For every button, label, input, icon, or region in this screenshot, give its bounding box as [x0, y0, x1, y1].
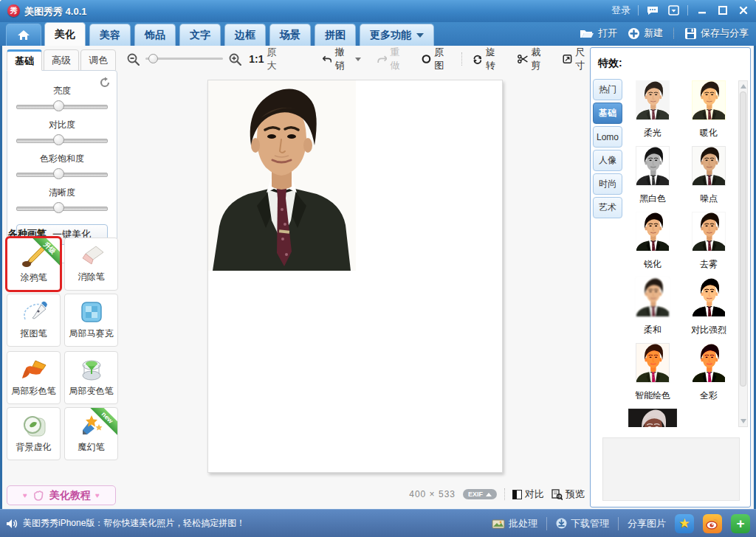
effect-thumbnail [692, 343, 726, 383]
skin-menu-icon[interactable] [667, 4, 680, 16]
status-message[interactable]: 美图秀秀iPhone版：帮你快速美化照片，轻松搞定拼图！ [6, 517, 245, 530]
effect-item[interactable]: 柔和 [625, 277, 681, 343]
effect-item[interactable]: 锐化 [625, 212, 681, 277]
actual-size-button[interactable]: 1:1 [249, 53, 264, 65]
save-share-button[interactable]: 保存与分享 [684, 27, 749, 40]
brush-label: 魔幻笔 [78, 441, 105, 454]
saturation-slider[interactable] [16, 168, 108, 180]
close-button[interactable] [737, 4, 750, 16]
brightness-slider[interactable] [16, 100, 108, 112]
undo-button[interactable]: 撤销 [323, 46, 361, 72]
brightness-slider-block: 亮度 [16, 85, 108, 112]
scroll-up-icon[interactable] [740, 84, 746, 89]
saturation-slider-handle[interactable] [53, 168, 64, 179]
minimize-button[interactable] [695, 4, 709, 16]
effect-label: 对比强烈 [691, 324, 726, 336]
brush-label: 局部变色笔 [69, 385, 114, 398]
tab-frames[interactable]: 边框 [224, 24, 266, 46]
exif-badge[interactable]: EXIF [463, 489, 497, 499]
clarity-slider-handle[interactable] [53, 202, 64, 213]
contrast-slider[interactable] [16, 134, 108, 146]
download-label: 下载管理 [571, 517, 609, 530]
tab-text[interactable]: 文字 [179, 24, 221, 46]
tab-cosmetics[interactable]: 美容 [89, 24, 131, 46]
download-manager-button[interactable]: 下载管理 [556, 517, 609, 530]
resize-label: 尺寸 [575, 46, 591, 72]
paint-bucket-icon [79, 358, 104, 381]
adjust-tab-color[interactable]: 调色 [80, 49, 116, 71]
crop-button[interactable]: 裁剪 [518, 46, 546, 72]
category-fashion[interactable]: 时尚 [593, 173, 622, 195]
qzone-icon[interactable]: ★ [675, 514, 694, 533]
maximize-button[interactable] [716, 4, 729, 16]
effect-item[interactable]: 柔光 [625, 80, 681, 146]
image-canvas[interactable] [207, 80, 503, 473]
category-art[interactable]: 艺术 [593, 197, 622, 218]
tab-more-features[interactable]: 更多功能 [360, 24, 434, 46]
brush-cutout-pen[interactable]: 抠图笔 [7, 294, 61, 347]
scrollbar-thumb[interactable] [740, 91, 746, 387]
login-link[interactable]: 登录 [611, 4, 630, 17]
share-image-button[interactable]: 分享图片 [628, 517, 666, 530]
effects-panel: 特效: 热门 基础 Lomo 人像 时尚 艺术 柔光 暖化 [590, 47, 751, 507]
brush-eraser-pen[interactable]: 消除笔 [64, 238, 118, 291]
original-image-button[interactable]: 原图 [422, 46, 450, 72]
beautify-tutorial-button[interactable]: ♥ 美化教程 ♥ [7, 485, 116, 505]
brush-local-mosaic[interactable]: 局部马赛克 [64, 294, 118, 347]
tab-collage[interactable]: 拼图 [315, 24, 356, 46]
weibo-icon[interactable] [703, 514, 722, 533]
brush-doodle-pen[interactable]: 涂鸦笔 升级 [7, 238, 61, 291]
clarity-slider[interactable] [16, 202, 108, 214]
effect-item[interactable]: 去雾 [681, 212, 737, 277]
app-title: 美图秀秀 4.0.1 [24, 5, 87, 18]
rotate-icon [472, 53, 483, 65]
contrast-slider-handle[interactable] [53, 134, 64, 145]
zoom-out-icon[interactable] [127, 53, 140, 66]
effect-item-partial[interactable] [625, 409, 681, 427]
open-button[interactable]: 打开 [580, 27, 617, 40]
rotate-button[interactable]: 旋转 [472, 46, 501, 72]
brush-local-color-pen[interactable]: 局部彩色笔 [7, 351, 61, 404]
scroll-down-icon[interactable] [740, 419, 746, 423]
effect-thumbnail [692, 212, 726, 252]
brush-magic-pen[interactable]: 魔幻笔 new [64, 407, 118, 460]
tab-accessories[interactable]: 饰品 [134, 24, 176, 46]
batch-label: 批处理 [509, 517, 537, 530]
tab-beautify[interactable]: 美化 [44, 22, 86, 46]
brush-local-recolor-pen[interactable]: 局部变色笔 [64, 351, 118, 404]
effect-item[interactable]: 全彩 [681, 343, 737, 409]
tab-scenes[interactable]: 场景 [269, 24, 311, 46]
new-button[interactable]: 新建 [628, 27, 663, 40]
category-hot[interactable]: 热门 [593, 79, 622, 100]
brightness-slider-handle[interactable] [53, 100, 64, 111]
effect-item[interactable]: 对比强烈 [681, 277, 737, 343]
adjust-tab-advanced[interactable]: 高级 [44, 49, 79, 71]
brush-background-blur[interactable]: 背景虚化 [7, 407, 61, 460]
preview-icon [551, 489, 563, 500]
home-tab[interactable] [6, 24, 41, 46]
effects-scrollbar[interactable] [738, 80, 748, 427]
image-dimensions: 400 × 533 [409, 489, 456, 499]
effect-item[interactable]: 噪点 [681, 146, 737, 212]
zoom-slider[interactable] [145, 54, 223, 64]
rotate-label: 旋转 [486, 46, 501, 72]
preview-button[interactable]: 预览 [551, 488, 585, 501]
batch-process-button[interactable]: 批处理 [492, 517, 537, 530]
zoom-slider-handle[interactable] [148, 54, 158, 63]
adjust-tab-basic[interactable]: 基础 [7, 49, 42, 71]
compare-button[interactable]: 对比 [512, 488, 544, 501]
zoom-in-icon[interactable] [229, 53, 241, 66]
exif-caret-icon [486, 493, 492, 496]
resize-button[interactable]: 尺寸 [563, 46, 591, 72]
undo-dropdown-icon[interactable] [355, 58, 361, 61]
category-basic[interactable]: 基础 [593, 103, 622, 124]
reset-icon[interactable] [99, 77, 111, 89]
effect-item[interactable]: 暖化 [681, 80, 737, 146]
category-lomo[interactable]: Lomo [593, 126, 622, 148]
category-portrait[interactable]: 人像 [593, 150, 622, 171]
add-share-icon[interactable]: + [731, 514, 750, 533]
feedback-icon[interactable] [646, 4, 659, 16]
effect-item[interactable]: 黑白色 [625, 146, 681, 212]
redo-button[interactable]: 重做 [377, 46, 406, 72]
effect-item[interactable]: 智能绘色 [625, 343, 681, 409]
